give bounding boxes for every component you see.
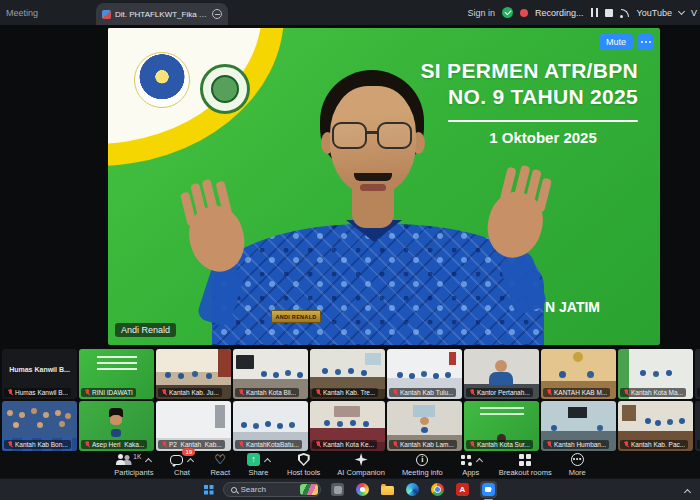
participant-tile[interactable]: Kantah Kota Sur... — [464, 401, 539, 451]
atr-bpn-logo — [134, 52, 190, 108]
participants-icon-row: 1K — [116, 453, 151, 466]
stop-recording-icon[interactable] — [605, 9, 613, 17]
participant-tile[interactable]: Kantah Kab. Pac... — [618, 401, 693, 451]
toolbar-participants[interactable]: 1K Participants — [114, 453, 153, 477]
view-label-partial[interactable]: V — [691, 8, 697, 18]
sign-in-link[interactable]: Sign in — [468, 8, 496, 18]
participant-tile[interactable]: Asep Heri_Kaka... — [79, 401, 154, 451]
toolbar-share[interactable]: ↑ Share — [247, 453, 270, 477]
participant-tile[interactable]: Kantah Kab Bon... — [2, 401, 77, 451]
mic-muted-icon — [7, 441, 13, 448]
chevron-up-icon[interactable] — [476, 457, 483, 464]
participant-name-label: Kantah Kota Sur... — [466, 440, 533, 449]
toolbar-label: Host tools — [287, 468, 320, 477]
search-icon — [231, 487, 237, 493]
participant-tile[interactable]: Kantah Kab. Ju... — [156, 349, 231, 399]
chrome-browser-icon — [431, 483, 444, 496]
participant-tile[interactable]: KANTAH KAB M... — [541, 349, 616, 399]
taskbar-app-window[interactable] — [330, 482, 346, 498]
apps-icon-row — [460, 453, 482, 466]
participant-name: Kantah Kab Tulu... — [400, 389, 453, 396]
toolbar-breakout-rooms[interactable]: Breakout rooms — [499, 453, 552, 477]
start-button-icon[interactable] — [204, 485, 214, 495]
mic-muted-icon — [623, 441, 629, 448]
toolbar-chat[interactable]: 19 Chat — [170, 453, 193, 477]
tray-chevron-icon[interactable] — [684, 489, 691, 496]
participant-tile-partial[interactable] — [695, 401, 700, 451]
toolbar-more[interactable]: More — [569, 453, 586, 477]
mic-muted-icon — [161, 441, 167, 448]
participant-name: KANTAH KAB M... — [554, 389, 607, 396]
taskbar-app-photos[interactable] — [355, 482, 371, 498]
participant-name-label: Kantah Kab. Ju... — [158, 388, 222, 397]
mute-participant-button[interactable]: Mute — [599, 34, 633, 50]
mic-muted-icon — [315, 389, 321, 396]
tab-mute-icon[interactable] — [212, 9, 222, 19]
taskbar-app-acrobat[interactable]: A — [455, 482, 471, 498]
participant-tile[interactable]: Kantah Kab Tulu... — [387, 349, 462, 399]
toolbar-meeting-info[interactable]: i Meeting info — [402, 453, 443, 477]
ippat-logo — [200, 64, 250, 114]
participant-tile[interactable]: RINI IDAWATI — [79, 349, 154, 399]
chevron-up-icon[interactable] — [264, 457, 271, 464]
participant-tile[interactable]: Kantah Kota Bli... — [233, 349, 308, 399]
participant-tile[interactable]: Kantah Kab. Tre... — [310, 349, 385, 399]
participant-tile[interactable]: Kantor Pertanah... — [464, 349, 539, 399]
slide-title-line2: NO. 9 TAHUN 2025 — [421, 84, 638, 110]
chevron-down-icon[interactable] — [678, 8, 685, 15]
window-app-icon — [331, 483, 344, 496]
toolbar-label: Apps — [462, 468, 479, 477]
participant-name-label: Kantah Kab. Tre... — [312, 388, 378, 397]
glasses-bridge — [367, 131, 377, 134]
participant-name-label: Kantah Kota Ke... — [312, 440, 377, 449]
participant-tile-partial[interactable] — [695, 349, 700, 399]
chevron-up-icon[interactable] — [145, 457, 152, 464]
participant-tile[interactable]: Kantah Kota Ke... — [310, 401, 385, 451]
participant-tile[interactable]: Kantah Kota Ma... — [618, 349, 693, 399]
mic-muted-icon — [315, 441, 321, 448]
participant-name: Kantah Kota Sur... — [477, 441, 530, 448]
participant-name-label: KantahKotaBatu... — [235, 440, 302, 449]
mic-muted-icon — [84, 389, 90, 396]
active-speaker-video[interactable]: SI PERMEN ATR/BPN NO. 9 TAHUN 2025 1 Okt… — [108, 28, 660, 345]
toolbar-host-tools[interactable]: Host tools — [287, 453, 320, 477]
participant-tile[interactable]: Humas Kanwil B... Humas Kanwil B... — [2, 349, 77, 399]
share-icon-row: ↑ — [247, 453, 270, 466]
slide-title-line1: SI PERMEN ATR/BPN — [421, 58, 638, 84]
taskbar-app-zoom-active[interactable] — [480, 481, 497, 498]
participant-tile[interactable]: P2_Kantah_Kab... — [156, 401, 231, 451]
toolbar-react[interactable]: ♡ React — [210, 453, 230, 477]
security-check-icon[interactable] — [502, 7, 513, 18]
search-input[interactable] — [241, 485, 296, 494]
recording-dot-icon — [520, 9, 528, 17]
zoom-app-icon — [482, 483, 495, 496]
taskbar-search[interactable] — [223, 482, 321, 497]
meeting-tab[interactable]: Dit. PHTAFLKWT_Fika Yanu Nurm — [96, 3, 228, 25]
mic-muted-icon — [546, 441, 552, 448]
toolbar-apps[interactable]: Apps — [460, 453, 482, 477]
toolbar-ai-companion[interactable]: AI Companion — [337, 453, 385, 477]
gallery-row-1: Humas Kanwil B... Humas Kanwil B... RINI… — [0, 349, 700, 399]
taskbar-app-explorer[interactable] — [380, 482, 396, 498]
participant-name: Humas Kanwil B... — [15, 389, 68, 396]
search-highlight-image[interactable] — [300, 484, 318, 495]
heart-react-icon: ♡ — [214, 454, 226, 466]
mic-muted-icon — [623, 389, 629, 396]
participant-name-label: Asep Heri_Kaka... — [81, 440, 147, 449]
taskbar-app-chrome[interactable] — [430, 482, 446, 498]
gallery-row-2: Kantah Kab Bon... Asep Heri_Kaka... P2_K… — [0, 401, 700, 451]
participants-count: 1K — [133, 453, 141, 460]
youtube-stream-label[interactable]: YouTube — [637, 8, 672, 18]
participant-name: Kantah Kota Ma... — [631, 389, 683, 396]
participant-tile[interactable]: KantahKotaBatu... — [233, 401, 308, 451]
participant-name: Kantah Kab Lam... — [400, 441, 454, 448]
chevron-up-icon[interactable] — [187, 457, 194, 464]
participant-tile[interactable]: Kantah Humban... — [541, 401, 616, 451]
participant-name: Kantah Kab Bon... — [15, 441, 68, 448]
taskbar-app-edge[interactable] — [405, 482, 421, 498]
participant-tile[interactable]: Kantah Kab Lam... — [387, 401, 462, 451]
tile-more-options-button[interactable] — [637, 34, 654, 50]
participant-name: Kantah Kab. Ju... — [169, 389, 219, 396]
hand-fingers — [180, 191, 197, 226]
pause-recording-icon[interactable] — [591, 8, 598, 17]
